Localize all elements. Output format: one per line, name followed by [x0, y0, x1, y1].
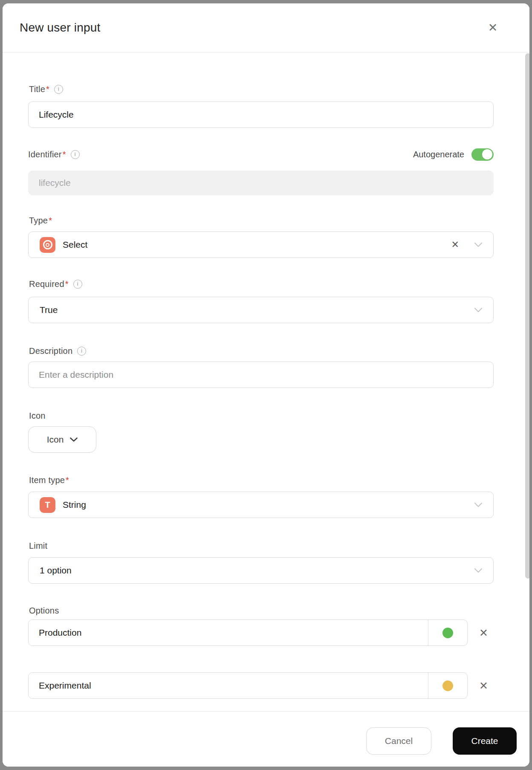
remove-option-icon[interactable]: ✕ — [479, 680, 488, 691]
select-type-icon — [40, 237, 55, 253]
option-color-dot — [442, 628, 453, 638]
autogenerate-toggle[interactable] — [471, 148, 494, 161]
required-select-value: True — [40, 305, 58, 315]
info-icon[interactable]: i — [77, 347, 86, 356]
clear-icon[interactable]: ✕ — [451, 239, 459, 250]
dialog-title: New user input — [20, 21, 101, 35]
item-type-label: Item type* — [29, 475, 69, 486]
chevron-down-icon — [70, 437, 78, 442]
option-color-picker[interactable] — [428, 673, 467, 698]
icon-label: Icon — [29, 410, 46, 421]
option-row: ✕ — [28, 619, 488, 646]
option-color-dot — [442, 680, 453, 691]
option-value-input[interactable] — [29, 673, 428, 698]
identifier-input[interactable] — [28, 171, 494, 195]
icon-picker-button[interactable]: Icon — [28, 426, 96, 453]
required-label: Required* i — [29, 278, 82, 289]
remove-option-icon[interactable]: ✕ — [479, 628, 488, 638]
description-label: Description i — [29, 345, 86, 356]
autogenerate-label: Autogenerate — [413, 150, 464, 159]
scrollbar-thumb[interactable] — [525, 53, 529, 579]
identifier-label-row: Identifier* i Autogenerate — [28, 148, 494, 161]
type-select[interactable]: Select ✕ — [28, 232, 494, 258]
new-user-input-dialog: New user input ✕ Title* i Identifier* i … — [3, 3, 529, 767]
limit-select[interactable]: 1 option — [28, 557, 494, 584]
info-icon[interactable]: i — [54, 85, 63, 94]
required-select[interactable]: True — [28, 297, 494, 323]
type-select-value: Select — [63, 240, 87, 250]
item-type-select-value: String — [63, 500, 86, 510]
options-label: Options — [29, 605, 59, 616]
description-input[interactable] — [28, 362, 494, 388]
limit-label: Limit — [29, 540, 47, 551]
item-type-select[interactable]: T String — [28, 492, 494, 518]
info-icon[interactable]: i — [71, 150, 80, 159]
limit-select-value: 1 option — [40, 565, 72, 576]
cancel-button[interactable]: Cancel — [366, 727, 431, 755]
type-label: Type* — [29, 215, 52, 226]
toggle-knob — [482, 149, 492, 159]
page-background: New user input ✕ Title* i Identifier* i … — [0, 0, 532, 770]
chevron-down-icon — [474, 503, 482, 507]
chevron-down-icon — [474, 243, 482, 247]
icon-picker-label: Icon — [47, 434, 64, 445]
string-type-icon: T — [40, 497, 55, 513]
chevron-down-icon — [474, 568, 482, 573]
option-value-input[interactable] — [29, 620, 428, 646]
identifier-label: Identifier* i — [28, 150, 80, 159]
option-color-picker[interactable] — [428, 620, 467, 646]
dialog-header: New user input ✕ — [3, 3, 529, 52]
title-input[interactable] — [28, 101, 494, 128]
create-button[interactable]: Create — [453, 727, 517, 755]
chevron-down-icon — [474, 308, 482, 313]
option-row: ✕ — [28, 672, 488, 699]
close-icon[interactable]: ✕ — [483, 18, 502, 37]
title-label: Title* i — [29, 84, 63, 95]
info-icon[interactable]: i — [73, 280, 82, 289]
dialog-footer: Cancel Create — [3, 711, 529, 767]
